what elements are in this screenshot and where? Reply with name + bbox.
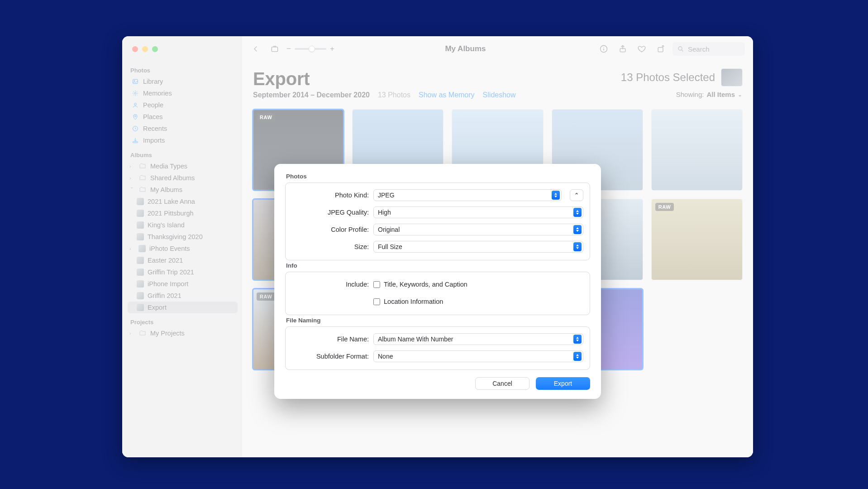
raw-badge: RAW bbox=[655, 203, 674, 211]
select-stepper-icon bbox=[552, 191, 560, 200]
collapse-options-button[interactable]: ⌃ bbox=[570, 189, 583, 201]
sidebar-item-label: Places bbox=[143, 113, 163, 120]
color-profile-select[interactable]: Original bbox=[373, 224, 583, 235]
slideshow-link[interactable]: Slideshow bbox=[483, 91, 516, 99]
album-icon bbox=[137, 280, 144, 288]
cancel-button[interactable]: Cancel bbox=[475, 377, 529, 390]
sidebar-item-library[interactable]: Library bbox=[128, 76, 238, 87]
sidebar-item-label: Recents bbox=[143, 125, 167, 132]
sidebar-item-album[interactable]: Thanksgiving 2020 bbox=[128, 231, 238, 243]
section-photos: Photo Kind: JPEG ⌃ JPEG Quality: High Co… bbox=[285, 182, 590, 260]
sidebar-head-albums: Albums bbox=[130, 152, 235, 158]
recents-icon bbox=[131, 125, 139, 133]
sidebar-item-album[interactable]: Griffin 2021 bbox=[128, 290, 238, 302]
sidebar-item-label: Griffin Trip 2021 bbox=[148, 268, 194, 276]
section-filenaming: File Name: Album Name With Number Subfol… bbox=[285, 326, 590, 370]
sidebar-item-shared-albums[interactable]: › Shared Albums bbox=[128, 172, 238, 184]
section-filenaming-label: File Naming bbox=[286, 317, 590, 324]
view-mode-button[interactable] bbox=[267, 43, 282, 55]
minimize-window-button[interactable] bbox=[142, 46, 148, 52]
sidebar-item-people[interactable]: People bbox=[128, 99, 238, 111]
sidebar-item-label: Thanksgiving 2020 bbox=[148, 233, 203, 240]
include-location-checkbox[interactable]: Location Information bbox=[373, 298, 443, 305]
include-title-input[interactable] bbox=[373, 281, 380, 288]
sidebar-item-album[interactable]: King's Island bbox=[128, 219, 238, 231]
photo-kind-label: Photo Kind: bbox=[292, 192, 369, 199]
sidebar-item-label: Media Types bbox=[150, 163, 187, 170]
rotate-icon bbox=[656, 44, 665, 53]
people-icon bbox=[131, 101, 139, 109]
album-icon bbox=[137, 233, 144, 240]
sidebar-item-memories[interactable]: Memories bbox=[128, 87, 238, 99]
header-right: 13 Photos Selected bbox=[621, 69, 742, 86]
share-button[interactable] bbox=[615, 43, 630, 55]
back-button[interactable] bbox=[248, 43, 263, 55]
photo-thumb[interactable]: RAW bbox=[652, 199, 742, 280]
size-value: Full Size bbox=[378, 243, 402, 250]
sidebar-item-label: Easter 2021 bbox=[148, 257, 183, 264]
include-title-checkbox[interactable]: Title, Keywords, and Caption bbox=[373, 281, 467, 288]
jpeg-quality-select[interactable]: High bbox=[373, 206, 583, 218]
sidebar-item-imports[interactable]: Imports bbox=[128, 134, 238, 146]
sidebar-item-label: Export bbox=[148, 304, 167, 311]
album-icon bbox=[137, 257, 144, 264]
sidebar-item-album[interactable]: iPhone Import bbox=[128, 278, 238, 290]
sidebar-item-album[interactable]: Easter 2021 bbox=[128, 254, 238, 266]
search-icon bbox=[677, 45, 684, 53]
select-stepper-icon bbox=[573, 242, 582, 251]
share-icon bbox=[618, 44, 627, 53]
info-button[interactable] bbox=[596, 43, 611, 55]
sidebar-item-album[interactable]: Export bbox=[128, 302, 238, 313]
sidebar-item-album[interactable]: ›iPhoto Events bbox=[128, 243, 238, 254]
zoom-track[interactable] bbox=[295, 48, 326, 50]
search-input[interactable] bbox=[687, 45, 737, 53]
include-location-input[interactable] bbox=[373, 298, 380, 305]
close-window-button[interactable] bbox=[132, 46, 138, 52]
viewfinder-icon bbox=[270, 44, 279, 53]
zoom-thumb[interactable] bbox=[309, 46, 315, 52]
zoom-slider[interactable]: − + bbox=[286, 44, 334, 53]
rotate-button[interactable] bbox=[653, 43, 668, 55]
search-field[interactable] bbox=[672, 42, 745, 56]
svg-point-9 bbox=[134, 81, 135, 82]
sidebar-item-album[interactable]: Griffin Trip 2021 bbox=[128, 266, 238, 278]
photo-kind-select[interactable]: JPEG bbox=[373, 189, 562, 201]
sidebar-item-label: Memories bbox=[143, 90, 172, 97]
my-albums-list: 2021 Lake Anna2021 PittsburghKing's Isla… bbox=[128, 196, 238, 313]
select-stepper-icon bbox=[573, 352, 582, 361]
sidebar-item-recents[interactable]: Recents bbox=[128, 123, 238, 134]
size-select[interactable]: Full Size bbox=[373, 241, 583, 253]
zoom-out-label[interactable]: − bbox=[286, 44, 291, 53]
zoom-in-label[interactable]: + bbox=[330, 44, 334, 53]
export-button[interactable]: Export bbox=[536, 377, 590, 390]
heart-icon bbox=[637, 44, 646, 53]
toolbar-title: My Albums bbox=[339, 44, 592, 53]
photo-thumb[interactable] bbox=[652, 110, 742, 190]
folder-icon bbox=[138, 186, 147, 194]
showing-filter[interactable]: Showing: All Items ⌄ bbox=[676, 91, 742, 98]
select-stepper-icon bbox=[573, 335, 582, 344]
svg-rect-0 bbox=[272, 47, 277, 52]
sidebar-item-places[interactable]: Places bbox=[128, 111, 238, 123]
sidebar-item-label: Griffin 2021 bbox=[148, 292, 181, 299]
sidebar-item-label: iPhoto Events bbox=[149, 245, 190, 252]
size-label: Size: bbox=[292, 243, 369, 250]
file-name-select[interactable]: Album Name With Number bbox=[373, 333, 583, 345]
sidebar-item-album[interactable]: 2021 Pittsburgh bbox=[128, 207, 238, 219]
sidebar-item-album[interactable]: 2021 Lake Anna bbox=[128, 196, 238, 207]
show-as-memory-link[interactable]: Show as Memory bbox=[419, 91, 475, 99]
fullscreen-window-button[interactable] bbox=[152, 46, 158, 52]
sidebar-item-my-projects[interactable]: › My Projects bbox=[128, 327, 238, 339]
dialog-buttons: Cancel Export bbox=[285, 377, 590, 390]
library-icon bbox=[131, 77, 139, 86]
svg-point-12 bbox=[135, 115, 136, 117]
chevron-down-icon: ⌄ bbox=[738, 91, 742, 98]
subfolder-select[interactable]: None bbox=[373, 350, 583, 362]
favorite-button[interactable] bbox=[634, 43, 649, 55]
sidebar-item-my-albums[interactable]: › My Albums bbox=[128, 184, 238, 196]
showing-value: All Items bbox=[706, 91, 735, 98]
album-icon bbox=[137, 268, 144, 276]
section-info-label: Info bbox=[286, 262, 590, 269]
showing-label: Showing: bbox=[676, 91, 704, 98]
sidebar-item-media-types[interactable]: › Media Types bbox=[128, 160, 238, 172]
